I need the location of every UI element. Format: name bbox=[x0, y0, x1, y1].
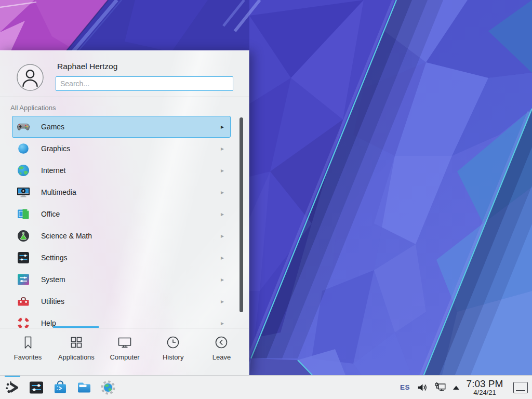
user-name: Raphael Hertzog bbox=[57, 62, 117, 71]
tab-history[interactable]: History bbox=[149, 328, 197, 375]
menu-footer: FavoritesApplicationsComputerHistoryLeav… bbox=[0, 328, 249, 375]
history-icon bbox=[165, 335, 181, 350]
submenu-arrow-icon: ▸ bbox=[221, 189, 230, 195]
tab-label: Favorites bbox=[14, 353, 42, 361]
keyboard-layout-indicator[interactable]: ES bbox=[400, 383, 410, 391]
search-input[interactable] bbox=[56, 76, 233, 91]
network-icon[interactable] bbox=[434, 382, 447, 393]
tab-computer[interactable]: Computer bbox=[100, 328, 149, 375]
games-icon bbox=[17, 120, 30, 134]
graphics-icon bbox=[17, 142, 30, 155]
menu-item-system[interactable]: System▸ bbox=[12, 269, 231, 290]
office-icon bbox=[17, 207, 30, 221]
show-desktop-button[interactable] bbox=[513, 382, 528, 393]
settings-icon bbox=[17, 251, 30, 264]
menu-item-internet[interactable]: Internet▸ bbox=[12, 159, 231, 181]
menu-item-label: Internet bbox=[41, 166, 65, 175]
submenu-arrow-icon: ▸ bbox=[221, 276, 230, 283]
leave-icon bbox=[214, 335, 229, 350]
menu-item-label: Graphics bbox=[41, 144, 70, 153]
taskbar: ES 7:03 PM 4/24/21 bbox=[0, 375, 532, 399]
tab-label: Applications bbox=[58, 353, 95, 361]
menu-item-multimedia[interactable]: Multimedia▸ bbox=[12, 181, 231, 203]
submenu-arrow-icon: ▸ bbox=[221, 124, 230, 130]
submenu-arrow-icon: ▸ bbox=[221, 320, 230, 326]
menu-item-graphics[interactable]: Graphics▸ bbox=[12, 138, 231, 159]
menu-item-label: Multimedia bbox=[41, 188, 76, 196]
tab-label: Computer bbox=[110, 353, 139, 361]
menu-item-help[interactable]: Help▸ bbox=[12, 312, 231, 328]
menu-item-office[interactable]: Office▸ bbox=[12, 203, 231, 225]
user-avatar-icon[interactable] bbox=[17, 64, 44, 91]
tab-label: Leave bbox=[212, 353, 231, 361]
submenu-arrow-icon: ▸ bbox=[221, 255, 230, 261]
menu-item-label: Utilities bbox=[41, 297, 64, 305]
menu-item-label: Games bbox=[41, 123, 64, 131]
application-launcher-button[interactable] bbox=[4, 379, 21, 396]
scrollbar-thumb[interactable] bbox=[240, 117, 243, 312]
browser-icon bbox=[100, 379, 116, 396]
menu-item-label: Settings bbox=[41, 254, 68, 262]
dolphin-icon bbox=[76, 379, 92, 396]
menu-item-utilities[interactable]: Utilities▸ bbox=[12, 290, 231, 312]
discover-icon bbox=[52, 379, 69, 396]
section-label: All Applications bbox=[10, 104, 56, 112]
system-settings-button[interactable] bbox=[28, 379, 45, 396]
menu-item-label: System bbox=[41, 275, 65, 284]
computer-icon bbox=[117, 335, 132, 350]
web-browser-button[interactable] bbox=[100, 379, 116, 396]
submenu-arrow-icon: ▸ bbox=[221, 298, 230, 304]
tab-label: History bbox=[163, 353, 183, 361]
menu-item-label: Office bbox=[41, 210, 60, 218]
expand-tray-icon[interactable] bbox=[453, 385, 460, 390]
taskbar-launchers bbox=[4, 376, 116, 399]
tab-leave[interactable]: Leave bbox=[197, 328, 246, 375]
menu-item-science-math[interactable]: Science & Math▸ bbox=[12, 225, 231, 247]
applications-icon bbox=[69, 335, 84, 350]
menu-item-label: Science & Math bbox=[41, 232, 92, 240]
internet-icon bbox=[17, 164, 30, 177]
menu-item-list: Games▸Graphics▸Internet▸Multimedia▸Offic… bbox=[0, 116, 249, 328]
header-separator bbox=[0, 97, 249, 97]
kickoff-icon bbox=[4, 379, 21, 396]
tab-favorites[interactable]: Favorites bbox=[4, 328, 52, 375]
tab-applications[interactable]: Applications bbox=[52, 328, 100, 375]
active-tab-indicator bbox=[53, 326, 99, 328]
file-manager-button[interactable] bbox=[76, 379, 92, 396]
footer-tabs: FavoritesApplicationsComputerHistoryLeav… bbox=[0, 328, 249, 375]
submenu-arrow-icon: ▸ bbox=[221, 211, 230, 217]
clock-date: 4/24/21 bbox=[464, 389, 505, 396]
application-launcher-menu: Raphael Hertzog All Applications Games▸G… bbox=[0, 50, 249, 375]
submenu-arrow-icon: ▸ bbox=[221, 233, 230, 239]
submenu-arrow-icon: ▸ bbox=[221, 145, 230, 152]
help-icon bbox=[17, 316, 30, 328]
clock-time: 7:03 PM bbox=[464, 379, 505, 389]
volume-icon[interactable] bbox=[417, 382, 428, 393]
science-icon bbox=[17, 229, 30, 243]
systemsettings-icon bbox=[28, 379, 45, 396]
utilities-icon bbox=[17, 295, 30, 308]
submenu-arrow-icon: ▸ bbox=[221, 167, 230, 174]
menu-item-games[interactable]: Games▸ bbox=[12, 116, 231, 138]
clock-widget[interactable]: 7:03 PM 4/24/21 bbox=[464, 379, 505, 396]
system-tray: ES 7:03 PM 4/24/21 bbox=[400, 376, 532, 399]
favorites-icon bbox=[20, 335, 36, 350]
menu-item-settings[interactable]: Settings▸ bbox=[12, 247, 231, 269]
multimedia-icon bbox=[17, 185, 30, 199]
desktop: Raphael Hertzog All Applications Games▸G… bbox=[0, 0, 532, 399]
system-icon bbox=[17, 273, 30, 286]
discover-button[interactable] bbox=[52, 379, 69, 396]
